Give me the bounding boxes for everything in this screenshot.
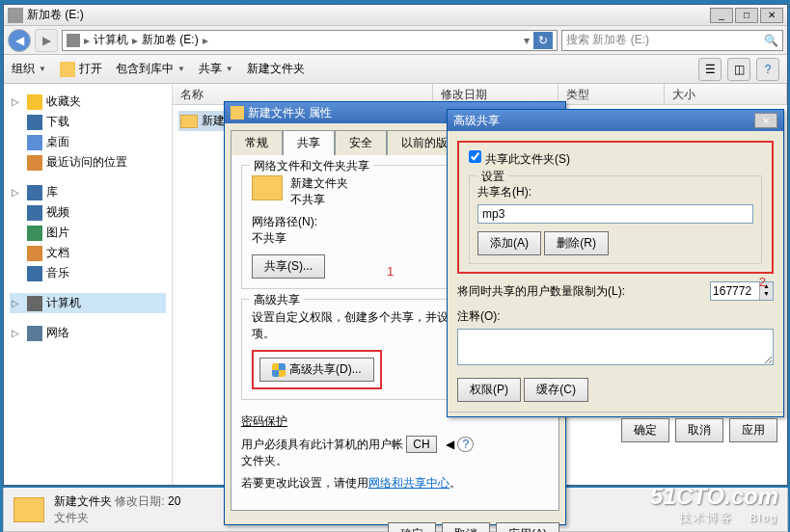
video-icon — [27, 205, 42, 221]
col-type[interactable]: 类型 — [558, 84, 665, 104]
sidebar-recent[interactable]: 最近访问的位置 — [10, 152, 166, 173]
sidebar-desktop[interactable]: 桌面 — [10, 132, 166, 152]
watermark: 51CTO.com 技术博客 Blog — [650, 483, 778, 526]
address-bar[interactable]: ▸ 计算机 ▸ 新加卷 (E:) ▸ ▾ ↻ — [62, 30, 558, 51]
sidebar-favorites[interactable]: ▷收藏夹 — [10, 92, 166, 112]
minimize-button[interactable]: _ — [710, 8, 733, 23]
include-button[interactable]: 包含到库中▼ — [116, 61, 185, 77]
share-button[interactable]: 共享▼ — [199, 61, 233, 77]
tab-security[interactable]: 安全 — [335, 130, 387, 155]
desktop-icon — [27, 135, 42, 150]
breadcrumb-computer[interactable]: 计算机 — [94, 32, 128, 48]
close-button[interactable]: ✕ — [760, 8, 783, 23]
comment-input[interactable] — [457, 329, 774, 365]
back-button[interactable]: ◀ — [8, 29, 31, 52]
apply-button[interactable]: 应用 — [729, 418, 777, 442]
sidebar-network[interactable]: ▷网络 — [10, 323, 166, 343]
folder-icon — [252, 175, 283, 200]
search-input[interactable]: 搜索 新加卷 (E:) 🔍 — [561, 30, 783, 51]
highlighted-region: 共享此文件夹(S) 设置 共享名(H): 添加(A) 删除(R) 2 — [457, 141, 774, 274]
close-button[interactable]: ✕ — [754, 113, 777, 128]
search-icon[interactable]: 🔍 — [764, 34, 778, 47]
newfolder-button[interactable]: 新建文件夹 — [247, 61, 305, 77]
sidebar-videos[interactable]: 视频 — [10, 202, 166, 223]
maximize-button[interactable]: □ — [735, 8, 758, 23]
sharename-label: 共享名(H): — [477, 184, 753, 200]
sidebar-music[interactable]: 音乐 — [10, 263, 166, 283]
ch-button[interactable]: CH — [406, 436, 436, 453]
cache-button[interactable]: 缓存(C) — [524, 378, 588, 402]
spin-down[interactable]: ▼ — [760, 290, 773, 298]
status-name: 新建文件夹 — [54, 494, 112, 508]
share-name: 新建文件夹 — [290, 175, 348, 192]
computer-icon — [27, 296, 42, 311]
document-icon — [27, 246, 42, 261]
navbar: ◀ ▶ ▸ 计算机 ▸ 新加卷 (E:) ▸ ▾ ↻ 搜索 新加卷 (E:) 🔍 — [4, 26, 787, 55]
shield-icon — [272, 363, 286, 377]
share-checkbox-row[interactable]: 共享此文件夹(S) — [469, 152, 570, 166]
tab-general[interactable]: 常规 — [231, 130, 283, 155]
share-state: 不共享 — [290, 192, 348, 208]
network-icon — [27, 326, 42, 341]
cancel-button[interactable]: 取消 — [675, 418, 723, 442]
sidebar-pictures[interactable]: 图片 — [10, 223, 166, 243]
share-folder-checkbox[interactable] — [469, 150, 481, 163]
toolbar: 组织▼ 打开 包含到库中▼ 共享▼ 新建文件夹 ☰ ◫ ? — [4, 55, 787, 84]
folder-icon — [14, 497, 44, 522]
permissions-button[interactable]: 权限(P) — [457, 378, 521, 402]
music-icon — [27, 266, 42, 281]
share-button[interactable]: 共享(S)... — [252, 254, 325, 279]
comment-label: 注释(O): — [457, 308, 774, 325]
organize-button[interactable]: 组织▼ — [12, 61, 46, 77]
ok-button[interactable]: 确定 — [388, 522, 436, 532]
search-placeholder: 搜索 新加卷 (E:) — [566, 32, 649, 48]
help-button[interactable]: ? — [756, 58, 779, 81]
network-center-link[interactable]: 网络和共享中心 — [368, 476, 449, 490]
tab-sharing[interactable]: 共享 — [283, 130, 335, 155]
refresh-button[interactable]: ↻ — [533, 32, 553, 49]
annotation-2: 2 — [759, 275, 766, 289]
open-button[interactable]: 打开 — [60, 61, 102, 77]
dialog-titlebar[interactable]: 高级共享 ✕ — [448, 110, 783, 131]
add-button[interactable]: 添加(A) — [477, 231, 541, 255]
drive-icon — [67, 34, 80, 47]
dialog-title: 高级共享 — [453, 113, 754, 129]
sidebar: ▷收藏夹 下载 桌面 最近访问的位置 ▷库 视频 图片 文档 音乐 ▷计算机 ▷… — [4, 84, 173, 485]
status-type: 文件夹 — [54, 510, 180, 526]
picture-icon — [27, 226, 42, 241]
dialog-buttons: 确定 取消 应用(A) — [225, 517, 565, 532]
apply-button[interactable]: 应用(A) — [496, 522, 559, 532]
recent-icon — [27, 155, 42, 171]
preview-button[interactable]: ◫ — [727, 58, 750, 81]
folder-icon — [60, 62, 75, 77]
annotation-1: 1 — [387, 264, 394, 279]
favorites-icon — [27, 94, 42, 110]
col-size[interactable]: 大小 — [665, 84, 787, 104]
sharename-input[interactable] — [477, 204, 753, 224]
drive-icon — [8, 8, 23, 23]
dialog-title: 新建文件夹 属性 — [248, 105, 332, 121]
window-title: 新加卷 (E:) — [27, 7, 710, 23]
remove-button[interactable]: 删除(R) — [544, 231, 609, 255]
library-icon — [27, 185, 42, 200]
cancel-button[interactable]: 取消 — [442, 522, 490, 532]
forward-button[interactable]: ▶ — [35, 29, 58, 52]
advanced-share-button[interactable]: 高级共享(D)... — [259, 358, 374, 382]
view-button[interactable]: ☰ — [698, 58, 722, 81]
folder-icon — [180, 115, 198, 128]
folder-icon — [231, 106, 244, 120]
sidebar-computer[interactable]: ▷计算机 — [10, 293, 166, 313]
titlebar: 新加卷 (E:) _ □ ✕ — [4, 5, 787, 26]
advanced-sharing-dialog: 高级共享 ✕ 共享此文件夹(S) 设置 共享名(H): 添加(A) 删除(R) … — [447, 109, 784, 417]
user-limit-input[interactable] — [711, 282, 759, 300]
dialog-buttons: 确定 取消 应用 — [448, 412, 783, 448]
ok-button[interactable]: 确定 — [621, 418, 669, 442]
sidebar-documents[interactable]: 文档 — [10, 243, 166, 263]
sidebar-libraries[interactable]: ▷库 — [10, 182, 166, 202]
download-icon — [27, 115, 42, 130]
sidebar-downloads[interactable]: 下载 — [10, 112, 166, 132]
user-limit-label: 将同时共享的用户数量限制为(L): — [457, 283, 702, 300]
breadcrumb-drive[interactable]: 新加卷 (E:) — [142, 32, 199, 48]
